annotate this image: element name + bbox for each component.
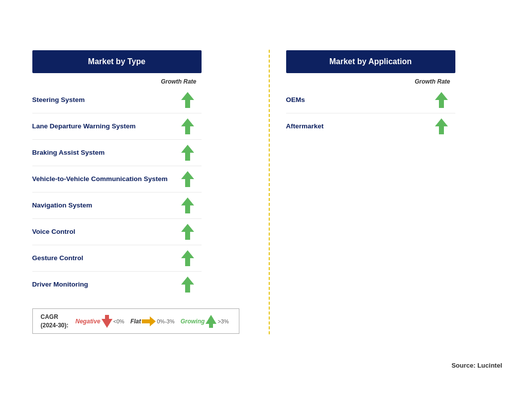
left-item-label: Gesture Control [32, 254, 179, 263]
main-content: Market by Type Growth Rate Steering Syst… [32, 50, 500, 334]
svg-marker-4 [181, 197, 194, 213]
left-header: Market by Type [32, 50, 202, 73]
legend-flat-label: Flat [130, 318, 141, 325]
svg-marker-11 [435, 92, 448, 108]
svg-marker-8 [102, 315, 112, 328]
svg-marker-7 [181, 277, 194, 293]
legend-cagr-label: CAGR(2024-30): [41, 313, 69, 330]
right-growth-rate-row: Growth Rate [286, 78, 455, 85]
legend-negative: Negative <0% [76, 315, 124, 328]
right-item-row: Aftermarket [286, 113, 455, 139]
left-item-arrow-icon [179, 145, 197, 161]
right-item-label: OEMs [286, 96, 432, 104]
left-item-label: Navigation System [32, 201, 179, 210]
left-item-row: Vehicle-to-Vehicle Communication System [32, 166, 202, 193]
left-item-row: Lane Departure Warning System [32, 113, 202, 140]
left-item-arrow-icon [179, 118, 197, 134]
legend-flat: Flat 0%-3% [130, 316, 175, 326]
legend-growing: Growing >3% [181, 315, 229, 328]
left-item-label: Driver Monitoring [32, 280, 179, 289]
left-item-row: Gesture Control [32, 245, 202, 272]
svg-marker-3 [181, 171, 194, 187]
legend-negative-range: <0% [113, 318, 124, 324]
left-item-arrow-icon [179, 197, 197, 213]
legend-box: CAGR(2024-30): Negative <0% Flat 0%-3% [32, 308, 239, 334]
left-item-label: Voice Control [32, 227, 179, 236]
right-item-arrow-icon [432, 92, 450, 108]
left-item-row: Driver Monitoring [32, 272, 202, 297]
legend-growing-arrow-icon [206, 315, 216, 328]
left-item-arrow-icon [179, 171, 197, 187]
legend-negative-arrow-icon [102, 315, 112, 328]
svg-marker-2 [181, 145, 194, 161]
legend-growing-range: >3% [217, 318, 228, 324]
left-panel: Market by Type Growth Rate Steering Syst… [32, 50, 246, 334]
left-item-label: Lane Departure Warning System [32, 122, 179, 131]
left-item-row: Navigation System [32, 193, 202, 219]
left-item-row: Voice Control [32, 219, 202, 245]
right-item-arrow-icon [432, 118, 450, 134]
svg-marker-10 [206, 315, 216, 328]
svg-marker-6 [181, 250, 194, 266]
source-label: Source: Lucintel [451, 362, 502, 369]
right-header: Market by Application [286, 50, 455, 73]
right-items-list: OEMsAftermarket [286, 87, 455, 139]
left-item-arrow-icon [179, 250, 197, 266]
svg-marker-5 [181, 224, 194, 240]
page-container: Market by Type Growth Rate Steering Syst… [0, 0, 532, 394]
svg-marker-0 [181, 92, 194, 108]
left-item-arrow-icon [179, 92, 197, 108]
svg-marker-9 [142, 316, 156, 326]
left-item-arrow-icon [179, 224, 197, 240]
svg-marker-1 [181, 118, 194, 134]
legend-flat-range: 0%-3% [157, 318, 174, 324]
left-growth-rate-row: Growth Rate [32, 78, 202, 85]
right-panel: Market by Application Growth Rate OEMsAf… [286, 50, 500, 139]
left-item-row: Braking Assist System [32, 140, 202, 166]
legend-negative-label: Negative [76, 318, 101, 325]
right-item-label: Aftermarket [286, 122, 432, 131]
left-item-label: Steering System [32, 96, 179, 104]
svg-marker-12 [435, 118, 448, 134]
left-items-list: Steering SystemLane Departure Warning Sy… [32, 87, 202, 297]
left-growth-rate-label: Growth Rate [161, 78, 196, 85]
left-item-row: Steering System [32, 87, 202, 113]
left-item-label: Braking Assist System [32, 148, 179, 157]
legend-flat-arrow-icon [142, 316, 156, 326]
legend-growing-label: Growing [181, 318, 205, 325]
right-item-row: OEMs [286, 87, 455, 113]
left-item-arrow-icon [179, 277, 197, 293]
panel-divider [269, 50, 270, 334]
left-item-label: Vehicle-to-Vehicle Communication System [32, 175, 179, 184]
right-growth-rate-label: Growth Rate [415, 78, 450, 85]
